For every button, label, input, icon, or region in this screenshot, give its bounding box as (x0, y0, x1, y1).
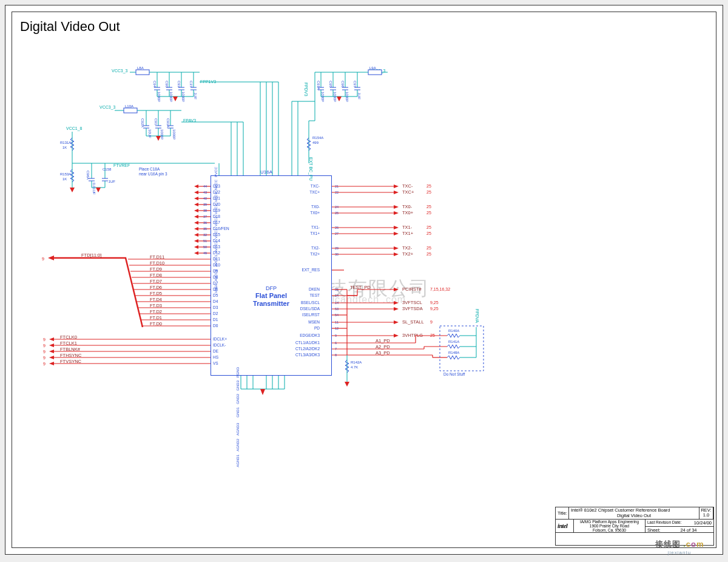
svg-text:FT.D8: FT.D8 (150, 273, 162, 278)
svg-marker-266 (394, 191, 399, 194)
svg-text:TXC+: TXC+ (402, 189, 414, 195)
tb-org3: Folsom, Ca. 95630 (593, 529, 626, 533)
svg-rect-31 (124, 108, 137, 113)
svg-text:C93: C93 (177, 81, 181, 88)
svg-text:9,25: 9,25 (430, 306, 439, 311)
pins-d23-d12: D23D22D21 D20D19D18 D17D16/FEND15 D14D13… (203, 184, 229, 328)
schematic-area: DFP Flat Panel Transmitter U16A VREF AVC… (78, 66, 551, 412)
tb-date-value: 10/24/00 (692, 520, 713, 526)
logo-sub: jiexiantu (646, 550, 713, 555)
svg-text:FT.D5: FT.D5 (150, 291, 162, 296)
svg-text:DKEN: DKEN (309, 287, 320, 291)
right-pins-tx: TXC-TXC+ TX0-TX0+ TX1-TX1+ TX2-TX2+ EXT_… (302, 184, 339, 273)
svg-text:37: 37 (203, 215, 207, 218)
svg-text:9: 9 (43, 350, 46, 354)
right-tx-pages: 2525 2525 2525 2525 (426, 184, 431, 256)
svg-text:PCIRST#: PCIRST# (402, 286, 422, 292)
svg-text:ISEL/RST: ISEL/RST (302, 313, 320, 317)
logo-m: m (696, 540, 704, 549)
r142a: R142A 4.7K (345, 328, 362, 387)
svg-marker-99 (337, 96, 342, 101)
svg-text:.1UF: .1UF (107, 180, 115, 183)
rail-vcc33-1: VCC3_3 (112, 69, 128, 73)
svg-text:D14: D14 (213, 239, 220, 243)
svg-text:51: 51 (203, 239, 207, 243)
svg-text:FTVSYNC: FTVSYNC (60, 359, 82, 364)
svg-text:D9: D9 (213, 269, 218, 273)
svg-text:Place C18A: Place C18A (139, 167, 160, 171)
svg-marker-147 (194, 221, 198, 225)
svg-text:D19: D19 (213, 208, 220, 212)
right-tx-labels: TXC-TXC+ TX0-TX0+ TX1-TX1+ TX2-TX2+ (402, 183, 414, 257)
svg-text:R148A: R148A (448, 351, 459, 354)
svg-text:TX2-: TX2- (311, 246, 320, 250)
svg-text:FTCLK1: FTCLK1 (60, 340, 77, 346)
svg-text:D18: D18 (213, 214, 220, 218)
svg-text:TX1-: TX1- (311, 225, 320, 229)
svg-text:25: 25 (426, 252, 431, 256)
svg-text:3VFTSCL: 3VFTSCL (402, 300, 422, 305)
svg-text:499: 499 (312, 141, 319, 144)
svg-text:7,15,16,32: 7,15,16,32 (430, 287, 450, 291)
svg-text:C37: C37 (189, 81, 193, 88)
logo-cn: 接线图 (655, 540, 681, 549)
svg-text:VS: VS (213, 361, 218, 365)
svg-text:FT.D7: FT.D7 (150, 279, 162, 284)
svg-text:25: 25 (426, 246, 431, 250)
svg-text:TXC-: TXC- (311, 184, 320, 188)
svg-text:TXC-: TXC- (402, 183, 413, 189)
svg-text:EXT BC_PU: EXT BC_PU (308, 157, 313, 181)
svg-text:FT.D9: FT.D9 (150, 266, 162, 272)
svg-marker-148 (194, 227, 198, 231)
svg-text:L9A: L9A (369, 66, 376, 70)
svg-marker-329 (394, 307, 399, 311)
svg-text:near U16A pin 3: near U16A pin 3 (139, 172, 167, 177)
svg-text:CTL3/A3/DK3: CTL3/A3/DK3 (295, 353, 320, 357)
svg-marker-268 (394, 211, 399, 215)
svg-text:TX1-: TX1- (402, 225, 413, 230)
rail-ftvref: FTVREF (113, 163, 130, 168)
right-ctrl-labels: PCIRST# 3VFTSCL3VFTSDA SL_STALL 3VHTPLG … (376, 286, 424, 356)
svg-text:C96A: C96A (86, 171, 90, 180)
svg-text:9: 9 (430, 320, 433, 324)
svg-text:FT.D10: FT.D10 (150, 260, 164, 266)
svg-text:D16/FEN: D16/FEN (213, 226, 229, 231)
svg-text:1000P: 1000P (157, 92, 161, 102)
svg-text:.1UF: .1UF (357, 92, 361, 100)
apd-lines (416, 336, 447, 357)
svg-text:25: 25 (426, 211, 431, 215)
svg-text:D10: D10 (213, 263, 220, 267)
page-title: Digital Video Out (20, 19, 120, 35)
left-clk-labels: FTCLK0FTCLK1 FTBLNK#FTHSYNC FTVSYNC (60, 334, 82, 364)
svg-text:1000P: 1000P (321, 92, 325, 102)
svg-text:TX2+: TX2+ (310, 252, 320, 256)
svg-text:9,25: 9,25 (430, 300, 439, 305)
svg-text:D2: D2 (213, 311, 218, 316)
svg-text:D22: D22 (213, 190, 220, 194)
svg-text:1000P: 1000P (333, 92, 337, 102)
svg-text:TX1+: TX1+ (310, 231, 320, 235)
svg-text:FT.D11: FT.D11 (150, 254, 164, 260)
svg-marker-152 (194, 251, 198, 255)
tb-title-label: Title: (556, 507, 569, 519)
svg-text:D13: D13 (213, 245, 220, 249)
rail-fpdv3: FPDV3 (304, 83, 308, 96)
svg-text:R142A: R142A (351, 361, 362, 364)
svg-text:IDCLK-: IDCLK- (213, 343, 226, 347)
svg-text:FT.D4: FT.D4 (150, 297, 162, 302)
svg-text:D8: D8 (213, 275, 218, 279)
svg-text:EDGE/DK3: EDGE/DK3 (300, 333, 320, 337)
svg-text:SL_STALL: SL_STALL (402, 319, 424, 325)
svg-text:10UF: 10UF (148, 129, 152, 138)
logo-c: c (686, 540, 691, 549)
svg-marker-145 (194, 209, 198, 212)
r154a: R154A 499 EXT BC_PU (307, 101, 323, 181)
svg-text:25: 25 (426, 184, 431, 188)
rail-vcc33-2: VCC3_3 (99, 105, 116, 110)
svg-text:43: 43 (203, 191, 207, 194)
svg-text:1000P: 1000P (181, 92, 185, 102)
svg-text:C96: C96 (341, 81, 345, 88)
svg-marker-267 (394, 205, 399, 209)
svg-text:D17: D17 (213, 220, 220, 225)
svg-text:D4: D4 (213, 299, 218, 303)
